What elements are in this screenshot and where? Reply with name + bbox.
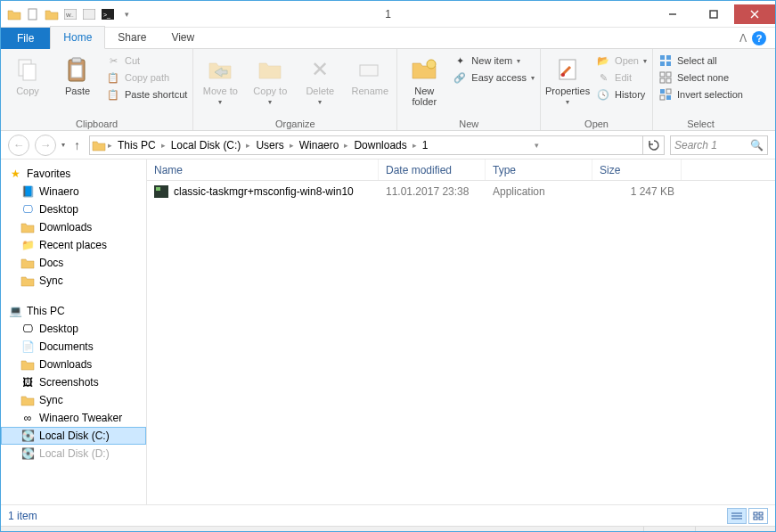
easy-access-button[interactable]: 🔗Easy access ▾ (453, 70, 535, 85)
tree-item[interactable]: 🖼Screenshots (1, 373, 146, 391)
icons-view-button[interactable] (748, 508, 768, 524)
address-bar[interactable]: ▸ This PC▸ Local Disk (C:)▸ Users▸ Winae… (89, 135, 665, 155)
tree-item[interactable]: 📄Documents (1, 338, 146, 356)
properties-button[interactable]: Properties▾ (546, 52, 589, 106)
chevron-right-icon[interactable]: ▸ (342, 141, 350, 150)
status-size: 1,21 MB (644, 527, 696, 532)
tree-item[interactable]: ∞Winaero Tweaker (1, 409, 146, 427)
up-button[interactable]: ↑ (70, 138, 84, 152)
paste-button[interactable]: Paste (56, 52, 99, 96)
minimize-button[interactable] (652, 4, 693, 24)
copy-button[interactable]: Copy (6, 52, 49, 96)
breadcrumb-item[interactable]: This PC (114, 139, 159, 151)
tree-item[interactable]: 🖵Desktop (1, 320, 146, 338)
file-row[interactable]: classic-taskmgr+msconfig-win8-win10 11.0… (147, 181, 775, 202)
search-input[interactable]: Search 1 🔍 (670, 135, 768, 155)
tree-item[interactable]: 🖵Desktop (1, 201, 146, 218)
app-icon[interactable]: W.. (62, 6, 78, 22)
refresh-button[interactable] (642, 136, 664, 154)
cut-button[interactable]: ✂Cut (106, 53, 187, 68)
new-folder-button[interactable]: New folder (403, 52, 445, 107)
title-bar: W.. >_ ▾ 1 (1, 1, 775, 28)
properties-label: Properties (545, 86, 590, 96)
open-button[interactable]: 📂Open ▾ (596, 53, 647, 68)
breadcrumb-item[interactable]: Local Disk (C:) (167, 139, 245, 151)
move-to-button[interactable]: Move to▾ (199, 52, 241, 106)
chevron-right-icon[interactable]: ▸ (288, 141, 296, 150)
easy-access-icon: 🔗 (453, 70, 467, 85)
share-tab[interactable]: Share (105, 27, 159, 48)
recent-locations-icon[interactable]: ▾ (61, 141, 65, 149)
delete-button[interactable]: ✕ Delete▾ (298, 52, 341, 106)
folder-icon (20, 357, 35, 372)
select-all-button[interactable]: Select all (658, 53, 743, 68)
app-icon[interactable] (81, 6, 97, 22)
home-tab[interactable]: Home (50, 26, 105, 49)
svg-rect-37 (759, 512, 763, 515)
breadcrumb-item[interactable]: Downloads (350, 139, 410, 151)
chevron-right-icon[interactable]: ▸ (106, 141, 114, 150)
history-icon: 🕓 (596, 87, 610, 102)
tree-item-selected[interactable]: 💽Local Disk (C:) (1, 427, 146, 445)
close-button[interactable] (734, 4, 775, 24)
file-tab[interactable]: File (1, 28, 50, 49)
open-group: Properties▾ 📂Open ▾ ✎Edit 🕓History Open (541, 49, 653, 130)
column-size[interactable]: Size (592, 160, 682, 180)
tree-item[interactable]: Downloads (1, 218, 146, 236)
copy-path-button[interactable]: 📋Copy path (106, 70, 187, 85)
breadcrumb-item[interactable]: Winaero (296, 139, 343, 151)
computer-icon: 💻 (8, 304, 22, 318)
file-type: Application (486, 185, 592, 198)
tree-item[interactable]: Sync (1, 391, 146, 409)
svg-rect-30 (666, 95, 671, 100)
forward-button[interactable]: → (35, 135, 56, 156)
maximize-button[interactable] (693, 4, 734, 24)
paste-shortcut-button[interactable]: 📋Paste shortcut (106, 87, 187, 102)
navigation-pane[interactable]: ★Favorites 📘Winaero 🖵Desktop Downloads 📁… (1, 160, 147, 504)
column-type[interactable]: Type (486, 160, 592, 180)
new-item-button[interactable]: ✦New item ▾ (453, 53, 535, 68)
collapse-ribbon-icon[interactable]: ᐱ (739, 32, 747, 45)
chevron-right-icon[interactable]: ▸ (159, 141, 167, 150)
clipboard-group: Copy Paste ✂Cut 📋Copy path 📋Paste shortc… (1, 49, 193, 130)
qat-dropdown-icon[interactable]: ▾ (118, 6, 135, 22)
svg-point-16 (427, 60, 436, 69)
favorites-root[interactable]: ★Favorites (1, 165, 146, 183)
breadcrumb-item[interactable]: Users (252, 139, 287, 151)
chevron-right-icon[interactable]: ▸ (244, 141, 252, 150)
help-icon[interactable]: ? (752, 31, 766, 45)
rename-button[interactable]: Rename (348, 52, 391, 96)
this-pc-root[interactable]: 💻This PC (1, 302, 146, 320)
tree-item[interactable]: Downloads (1, 356, 146, 373)
folder-icon[interactable] (6, 6, 22, 22)
open-icon: 📂 (596, 53, 610, 68)
chevron-right-icon[interactable]: ▸ (411, 141, 419, 150)
details-view-button[interactable] (727, 508, 747, 524)
new-file-icon[interactable] (25, 6, 41, 22)
svg-rect-28 (666, 89, 671, 94)
folder-icon[interactable] (44, 6, 60, 22)
documents-icon: 📄 (20, 340, 35, 354)
tree-item[interactable]: Docs (1, 254, 146, 272)
invert-selection-button[interactable]: Invert selection (658, 87, 743, 102)
breadcrumb-item[interactable]: 1 (419, 139, 432, 151)
select-none-button[interactable]: Select none (658, 70, 743, 85)
copy-to-button[interactable]: Copy to▾ (249, 52, 291, 106)
svg-rect-24 (666, 72, 671, 77)
history-button[interactable]: 🕓History (596, 87, 647, 102)
svg-rect-20 (666, 55, 671, 60)
view-tab[interactable]: View (159, 27, 207, 48)
tree-item[interactable]: Sync (1, 272, 146, 290)
column-date[interactable]: Date modified (379, 160, 486, 180)
back-button[interactable]: ← (8, 135, 29, 156)
column-name[interactable]: Name (147, 160, 379, 180)
tree-item[interactable]: 📘Winaero (1, 183, 146, 201)
console-icon[interactable]: >_ (100, 6, 116, 22)
edit-button[interactable]: ✎Edit (596, 70, 647, 85)
address-dropdown-icon[interactable]: ▾ (527, 136, 548, 154)
tree-item[interactable]: 💽Local Disk (D:) (1, 445, 146, 462)
svg-rect-22 (666, 61, 671, 66)
recent-icon: 📁 (20, 238, 35, 252)
folder-icon (20, 256, 35, 270)
tree-item[interactable]: 📁Recent places (1, 236, 146, 254)
